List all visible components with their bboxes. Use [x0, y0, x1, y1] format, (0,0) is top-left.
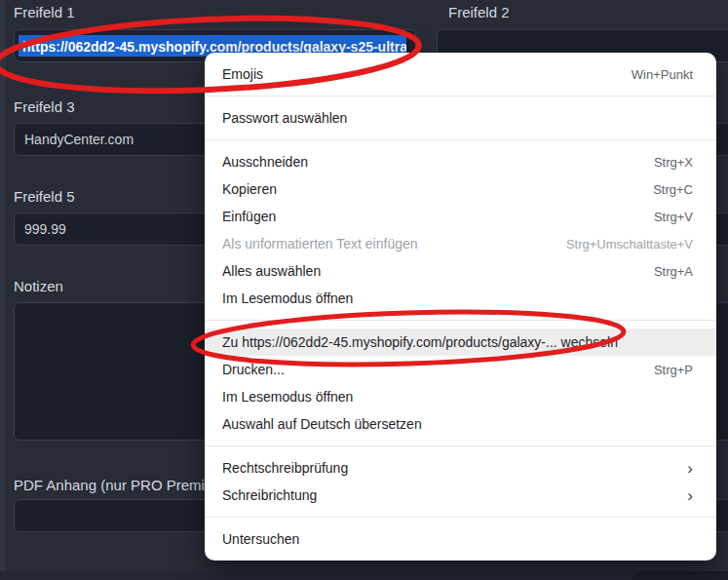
- menu-item-shortcut: Strg+V: [654, 210, 693, 224]
- menu-item-label: Kopieren: [222, 181, 277, 197]
- menu-item-ausschneiden[interactable]: AusschneidenStrg+X: [205, 148, 716, 175]
- menu-item-zu-url-wechseln[interactable]: Zu https://062dd2-45.myshopify.com/produ…: [205, 329, 716, 356]
- menu-group: Passwort auswählen: [205, 97, 716, 139]
- menu-item-alles-auswaehlen[interactable]: Alles auswählenStrg+A: [205, 257, 716, 285]
- menu-item-im-lesemodus-oeffnen[interactable]: Im Lesemodus öffnen: [205, 285, 716, 312]
- submenu-arrow-icon: ›: [687, 460, 693, 477]
- left-edge-strip: [0, 0, 6, 580]
- menu-item-label: Ausschneiden: [222, 154, 308, 170]
- menu-item-label: Einfügen: [222, 209, 276, 224]
- menu-item-auswahl-auf-deutsch-uebersetzen[interactable]: Auswahl auf Deutsch übersetzen: [205, 410, 716, 438]
- notizen-label: Notizen: [14, 277, 63, 296]
- menu-item-shortcut: Win+Punkt: [632, 67, 693, 82]
- menu-item-emojis[interactable]: EmojisWin+Punkt: [205, 60, 716, 88]
- menu-item-label: Im Lesemodus öffnen: [222, 290, 353, 306]
- submenu-arrow-icon: ›: [687, 487, 693, 504]
- menu-item-label: Im Lesemodus öffnen: [222, 389, 353, 405]
- freifeld1-label: Freifeld 1: [14, 3, 75, 22]
- menu-item-shortcut: Strg+Umschalttaste+V: [566, 237, 693, 251]
- context-menu: EmojisWin+PunktPasswort auswählenAusschn…: [205, 53, 716, 561]
- menu-item-label: Emojis: [222, 66, 263, 82]
- menu-item-label: Drucken...: [222, 362, 285, 377]
- freifeld5-label: Freifeld 5: [14, 187, 75, 207]
- menu-item-untersuchen[interactable]: Untersuchen: [205, 525, 716, 553]
- pdf-anhang-label: PDF Anhang (nur PRO Premium: [14, 476, 225, 495]
- menu-item-label: Auswahl auf Deutsch übersetzen: [222, 416, 422, 432]
- menu-group: Rechtschreibprüfung›Schreibrichtung›: [205, 446, 716, 517]
- menu-item-shortcut: Strg+P: [654, 363, 693, 377]
- menu-item-label: Alles auswählen: [222, 263, 321, 279]
- menu-item-schreibrichtung[interactable]: Schreibrichtung›: [205, 482, 716, 509]
- menu-item-drucken[interactable]: Drucken...Strg+P: [205, 356, 716, 383]
- bottom-edge-strip: [0, 571, 728, 580]
- menu-item-shortcut: Strg+C: [653, 182, 693, 197]
- menu-group: EmojisWin+Punkt: [205, 53, 716, 96]
- menu-item-als-unformatierten-text-einfuegen[interactable]: Als unformatierten Text einfügenStrg+Ums…: [205, 230, 716, 257]
- menu-item-shortcut: Strg+A: [654, 264, 693, 279]
- menu-item-label: Untersuchen: [222, 531, 299, 547]
- freifeld2-label: Freifeld 2: [448, 3, 510, 22]
- menu-item-im-lesemodus-oeffnen-2[interactable]: Im Lesemodus öffnen: [205, 383, 716, 410]
- menu-item-rechtschreibpruefung[interactable]: Rechtschreibprüfung›: [205, 454, 716, 482]
- menu-group: Zu https://062dd2-45.myshopify.com/produ…: [205, 321, 716, 445]
- menu-group: AusschneidenStrg+XKopierenStrg+CEinfügen…: [205, 140, 716, 320]
- menu-item-label: Zu https://062dd2-45.myshopify.com/produ…: [222, 334, 618, 350]
- menu-group: Untersuchen: [205, 518, 716, 561]
- menu-item-label: Passwort auswählen: [222, 110, 347, 126]
- menu-item-shortcut: Strg+X: [654, 155, 693, 170]
- menu-item-label: Schreibrichtung: [222, 487, 317, 503]
- menu-item-label: Rechtschreibprüfung: [222, 460, 348, 476]
- bottom-right-partial-button[interactable]: [632, 571, 728, 580]
- menu-item-kopieren[interactable]: KopierenStrg+C: [205, 175, 716, 203]
- menu-item-label: Als unformatierten Text einfügen: [222, 236, 418, 251]
- menu-item-einfuegen[interactable]: EinfügenStrg+V: [205, 203, 716, 230]
- menu-item-passwort-auswaehlen[interactable]: Passwort auswählen: [205, 104, 716, 132]
- page: Freifeld 1 https://062dd2-45.myshopify.c…: [0, 0, 728, 580]
- freifeld3-label: Freifeld 3: [14, 97, 75, 117]
